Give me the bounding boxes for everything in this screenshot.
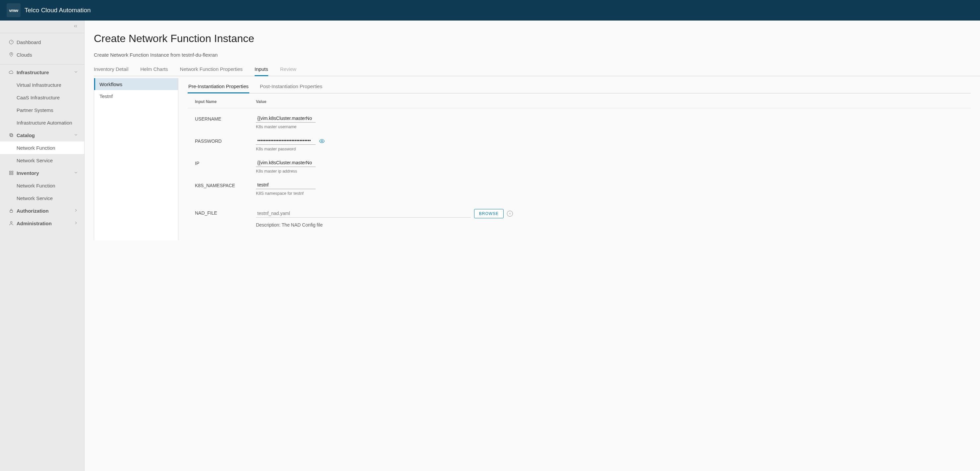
lock-icon (9, 208, 14, 213)
user-icon (9, 220, 14, 226)
chevron-down-icon (73, 70, 78, 75)
app-title: Telco Cloud Automation (24, 6, 91, 14)
sidebar-item-authorization[interactable]: Authorization (0, 205, 84, 217)
sidebar-item-label: Infrastructure (17, 70, 49, 75)
field-label: IP (195, 159, 256, 166)
sidebar-item-label: Administration (17, 220, 52, 226)
subnav-testnf[interactable]: Testnf (94, 90, 178, 102)
svg-rect-4 (10, 171, 11, 173)
sidebar-item-catalog[interactable]: Catalog (0, 129, 84, 141)
svg-rect-6 (10, 173, 11, 174)
gauge-icon (9, 40, 14, 45)
helper-text: K8s master username (256, 125, 296, 129)
helper-text: K8s master password (256, 147, 296, 151)
page-subtitle: Create Network Function Instance from te… (94, 52, 980, 58)
table-header-row: Input Name Value (188, 94, 971, 108)
sidebar-item-catalog-network-function[interactable]: Network Function (0, 141, 84, 154)
tab-post-instantiation[interactable]: Post-Instantiation Properties (259, 81, 323, 93)
inner-tabs: Pre-Instantiation Properties Post-Instan… (188, 81, 971, 94)
step-network-function-properties[interactable]: Network Function Properties (180, 63, 243, 76)
sidebar-item-administration[interactable]: Administration (0, 217, 84, 230)
chevron-down-icon (73, 133, 78, 138)
step-review: Review (280, 63, 296, 76)
cloud-icon (9, 70, 14, 75)
wizard-steps: Inventory Detail Helm Charts Network Fun… (94, 63, 980, 76)
field-label: NAD_FILE (195, 209, 256, 216)
sidebar-item-label: Clouds (17, 52, 32, 58)
password-input[interactable] (256, 137, 316, 145)
k8s-namespace-input[interactable] (256, 181, 316, 189)
sidebar: Dashboard Clouds Infrastructure Virtual … (0, 21, 84, 471)
sidebar-item-label: Dashboard (17, 40, 41, 45)
sidebar-item-infrastructure[interactable]: Infrastructure (0, 66, 84, 78)
helper-text: Description: The NAD Config file (256, 222, 323, 228)
helper-text: K8S namespace for testnf (256, 191, 304, 196)
map-pin-icon (9, 52, 14, 57)
sidebar-item-label: Authorization (17, 208, 49, 214)
sidebar-collapse[interactable] (0, 21, 84, 33)
step-inputs[interactable]: Inputs (255, 63, 268, 76)
field-label: PASSWORD (195, 137, 256, 144)
inputs-subnav: Workflows Testnf (94, 78, 178, 241)
field-row-k8s-namespace: K8S_NAMESPACE K8S namespace for testnf (188, 175, 971, 197)
sidebar-item-clouds[interactable]: Clouds (0, 48, 84, 61)
chevron-down-icon (73, 170, 78, 176)
eye-icon[interactable] (319, 138, 325, 144)
sidebar-item-partner-systems[interactable]: Partner Systems (0, 104, 84, 116)
sidebar-item-label: Catalog (17, 133, 35, 138)
vmw-logo: vmw (6, 3, 21, 17)
subnav-workflows[interactable]: Workflows (94, 78, 178, 90)
copy-icon (9, 133, 14, 138)
column-value: Value (256, 99, 266, 104)
field-row-nad-file: NAD_FILE BROWSE Description: The NAD Con… (188, 197, 971, 229)
chevron-right-icon (73, 220, 78, 226)
grid-icon (9, 170, 14, 176)
sidebar-item-inventory[interactable]: Inventory (0, 167, 84, 179)
step-inventory-detail[interactable]: Inventory Detail (94, 63, 128, 76)
svg-rect-3 (10, 133, 12, 136)
sidebar-item-inventory-network-function[interactable]: Network Function (0, 179, 84, 192)
field-label: USERNAME (195, 115, 256, 122)
step-helm-charts[interactable]: Helm Charts (140, 63, 168, 76)
field-row-password: PASSWORD K8s master password (188, 130, 971, 153)
svg-point-9 (10, 222, 12, 223)
column-input-name: Input Name (195, 99, 256, 104)
main-content: Create Network Function Instance Create … (84, 21, 980, 471)
svg-rect-7 (12, 173, 13, 174)
form-pane: Pre-Instantiation Properties Post-Instan… (178, 78, 980, 241)
sidebar-item-label: Inventory (17, 170, 39, 176)
chevron-right-icon (73, 208, 78, 214)
sidebar-item-infrastructure-automation[interactable]: Infrastructure Automation (0, 116, 84, 129)
sidebar-item-virtual-infrastructure[interactable]: Virtual Infrastructure (0, 78, 84, 91)
svg-rect-5 (12, 171, 13, 173)
svg-point-1 (11, 54, 12, 55)
svg-point-10 (321, 140, 323, 142)
svg-rect-8 (10, 210, 13, 213)
browse-button[interactable]: BROWSE (474, 209, 504, 218)
chevrons-left-icon (73, 24, 78, 30)
sidebar-item-caas-infrastructure[interactable]: CaaS Infrastructure (0, 91, 84, 104)
nad-file-input[interactable] (256, 210, 471, 217)
field-row-username: USERNAME K8s master username (188, 108, 971, 130)
tab-pre-instantiation[interactable]: Pre-Instantiation Properties (188, 81, 249, 94)
field-row-ip: IP K8s master ip address (188, 153, 971, 175)
app-header: vmw Telco Cloud Automation (0, 0, 980, 21)
sidebar-item-inventory-network-service[interactable]: Network Service (0, 192, 84, 205)
svg-rect-2 (10, 134, 13, 136)
field-label: K8S_NAMESPACE (195, 181, 256, 188)
sidebar-item-catalog-network-service[interactable]: Network Service (0, 154, 84, 167)
sidebar-item-dashboard[interactable]: Dashboard (0, 36, 84, 48)
username-input[interactable] (256, 115, 316, 122)
clear-file-icon[interactable] (507, 211, 513, 217)
page-title: Create Network Function Instance (94, 30, 980, 52)
helper-text: K8s master ip address (256, 169, 297, 174)
ip-input[interactable] (256, 159, 316, 167)
